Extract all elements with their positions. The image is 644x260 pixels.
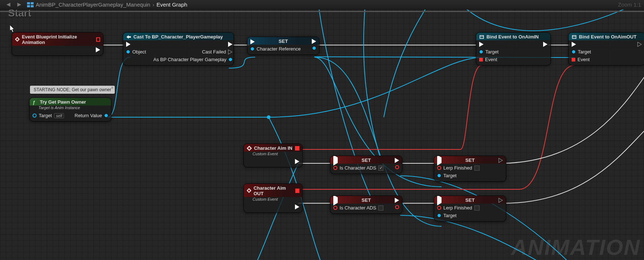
ads-checkbox[interactable]: ✓ xyxy=(378,166,383,171)
exec-out-pin[interactable] xyxy=(499,158,503,163)
node-set-ref[interactable]: SET Character Reference xyxy=(247,37,319,55)
svg-rect-5 xyxy=(480,36,484,38)
node-title: Character Aim OUT xyxy=(254,185,293,196)
object-pin[interactable]: Object xyxy=(126,49,146,55)
node-subtitle: Custom Event xyxy=(244,152,302,157)
node-title: SET xyxy=(279,38,288,44)
value-out-pin[interactable] xyxy=(395,205,399,209)
cast-icon xyxy=(126,34,131,40)
exec-out-pin[interactable] xyxy=(395,158,399,163)
watermark: ANIMATION xyxy=(511,235,640,260)
self-label: self xyxy=(54,113,64,118)
node-title: SET xyxy=(465,157,474,163)
ads-pin[interactable]: Is Character ADS xyxy=(333,205,383,211)
lerp-checkbox[interactable] xyxy=(474,205,480,211)
exec-out-pin[interactable] xyxy=(637,42,642,47)
delegate-pin[interactable] xyxy=(295,189,299,193)
mouse-cursor-icon xyxy=(10,25,16,33)
lerp-pin[interactable]: Lerp Finished xyxy=(437,205,480,211)
exec-in-pin[interactable] xyxy=(333,196,338,205)
function-icon: ƒ xyxy=(33,100,38,105)
nav-forward-icon[interactable]: ► xyxy=(14,1,25,8)
bind-icon xyxy=(572,34,577,40)
node-event-init[interactable]: Event Blueprint Initialize Animation xyxy=(12,32,103,56)
return-pin[interactable]: Return Value xyxy=(75,113,108,118)
exec-in-pin[interactable] xyxy=(572,42,591,47)
breadcrumb-graph[interactable]: Event Graph xyxy=(156,1,187,8)
node-subtitle: Target is Anim Instance xyxy=(30,105,111,111)
event-pin[interactable]: Event xyxy=(572,57,591,62)
delegate-pin[interactable] xyxy=(295,146,299,151)
blueprint-icon xyxy=(27,2,34,7)
node-get-pawn[interactable]: ƒ Try Get Pawn Owner Target is Anim Inst… xyxy=(29,97,111,122)
exec-in-pin[interactable] xyxy=(333,156,338,166)
node-set-lerp-2[interactable]: SET Lerp Finished Target xyxy=(434,196,506,222)
node-title: Event Blueprint Initialize Animation xyxy=(22,34,94,45)
exec-out-pin[interactable] xyxy=(295,159,299,164)
svg-rect-3 xyxy=(31,5,34,7)
node-title: SET xyxy=(465,197,474,203)
ads-checkbox[interactable] xyxy=(378,205,383,211)
exec-in-pin[interactable] xyxy=(126,42,146,47)
event-pin[interactable]: Event xyxy=(479,57,499,62)
target-pin[interactable]: Target xyxy=(437,213,480,218)
node-title: Bind Event to OnAimIN xyxy=(486,34,539,40)
exec-out-pin[interactable] xyxy=(543,42,548,47)
event-icon xyxy=(247,188,251,193)
node-bind-aimin[interactable]: Bind Event to OnAimIN Target Event xyxy=(476,32,551,66)
exec-in-pin[interactable] xyxy=(250,39,255,44)
target-pin[interactable]: Target xyxy=(479,49,499,55)
toolbar-divider xyxy=(0,11,644,12)
node-set-ads-1[interactable]: SET Is Character ADS✓ xyxy=(330,156,402,174)
svg-rect-1 xyxy=(31,2,34,4)
node-comment[interactable]: STARTING NODE; Get our pawn owner xyxy=(30,86,115,94)
node-set-lerp-1[interactable]: SET Lerp Finished Target xyxy=(434,156,506,182)
ads-pin[interactable]: Is Character ADS✓ xyxy=(333,165,383,171)
value-out-pin[interactable] xyxy=(312,46,316,50)
node-title: Character Aim IN xyxy=(254,145,292,151)
breadcrumb-asset[interactable]: AnimBP_CharacterPlayerGameplay_Manequin xyxy=(36,1,151,8)
node-title: Cast To BP_Character_PlayerGameplay xyxy=(133,34,223,40)
svg-rect-0 xyxy=(27,2,30,4)
svg-rect-2 xyxy=(27,5,30,7)
event-icon xyxy=(247,146,252,151)
target-pin[interactable]: Target xyxy=(437,173,480,178)
node-bind-aimout[interactable]: Bind Event to OnAimOUT Target Event xyxy=(568,32,644,66)
svg-rect-7 xyxy=(572,36,576,38)
exec-out-pin[interactable] xyxy=(295,204,299,209)
node-cast[interactable]: Cast To BP_Character_PlayerGameplay Obje… xyxy=(123,32,234,66)
target-pin[interactable]: Target xyxy=(572,49,591,55)
lerp-pin[interactable]: Lerp Finished xyxy=(437,165,480,171)
cast-failed-pin[interactable]: Cast Failed xyxy=(202,49,233,55)
as-pin[interactable]: As BP Character Player Gameplay xyxy=(154,57,233,62)
breadcrumb-bar: ◄ ► AnimBP_CharacterPlayerGameplay_Maneq… xyxy=(0,0,644,10)
zoom-label: Zoom 1:1 xyxy=(618,1,641,8)
nav-back-icon[interactable]: ◄ xyxy=(3,1,14,8)
node-title: Try Get Pawn Owner xyxy=(40,99,86,105)
exec-out-pin[interactable] xyxy=(312,39,316,44)
lerp-checkbox[interactable] xyxy=(474,166,480,171)
exec-out-pin[interactable] xyxy=(228,42,232,47)
bind-icon xyxy=(479,34,484,40)
exec-in-pin[interactable] xyxy=(479,42,499,47)
event-icon xyxy=(15,37,20,42)
node-set-ads-2[interactable]: SET Is Character ADS xyxy=(330,196,402,214)
node-aim-out[interactable]: Character Aim OUT Custom Event xyxy=(243,183,303,213)
exec-out-pin[interactable] xyxy=(96,47,100,52)
exec-in-pin[interactable] xyxy=(437,156,442,166)
delegate-pin[interactable] xyxy=(96,37,100,42)
node-title: SET xyxy=(361,197,371,203)
value-out-pin[interactable] xyxy=(395,165,399,169)
breadcrumb-separator: › xyxy=(150,1,156,8)
exec-out-pin[interactable] xyxy=(395,198,399,203)
node-title: SET xyxy=(361,157,371,163)
node-aim-in[interactable]: Character Aim IN Custom Event xyxy=(243,144,303,167)
exec-out-pin[interactable] xyxy=(499,198,503,203)
target-pin[interactable]: Target self xyxy=(33,113,64,118)
node-title: Bind Event to OnAimOUT xyxy=(579,34,636,40)
char-ref-pin[interactable]: Character Reference xyxy=(250,46,301,52)
exec-in-pin[interactable] xyxy=(437,196,442,205)
node-subtitle: Custom Event xyxy=(244,197,302,203)
